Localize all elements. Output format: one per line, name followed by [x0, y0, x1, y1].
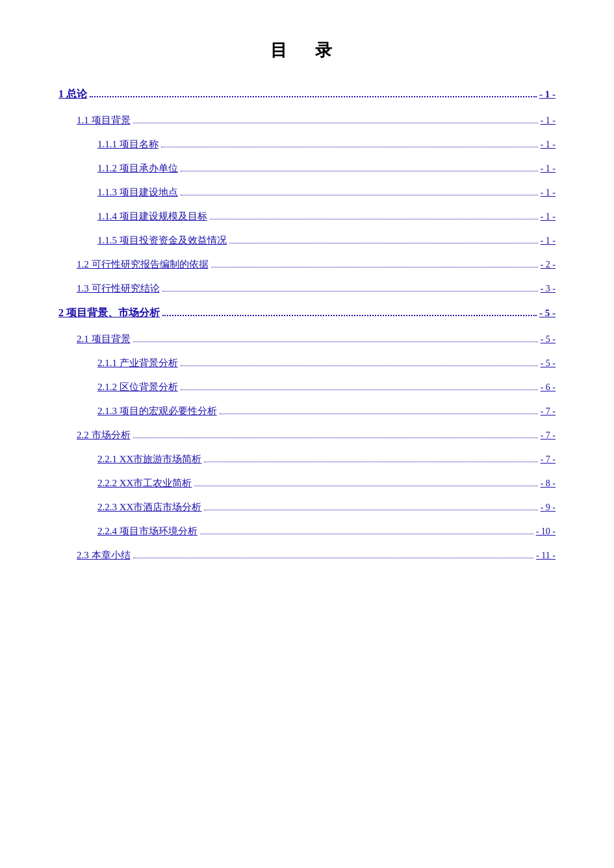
toc-entry-7[interactable]: 1.1.5 项目投资资金及效益情况- 1 - [58, 232, 556, 249]
toc-label: 1.1.1 项目名称 [97, 136, 159, 153]
toc-page: - 1 - [541, 136, 556, 153]
toc-entry-18[interactable]: 2.2.3 XX市酒店市场分析- 9 - [58, 499, 556, 516]
toc-label: 1.1.3 项目建设地点 [97, 184, 178, 201]
toc-container: 1 总论- 1 -1.1 项目背景- 1 -1.1.1 项目名称- 1 -1.1… [58, 85, 556, 564]
toc-entry-12[interactable]: 2.1.1 产业背景分析- 5 - [58, 354, 556, 372]
toc-dots [133, 438, 538, 438]
toc-page: - 7 - [541, 451, 556, 467]
toc-page: - 9 - [541, 499, 556, 515]
document-page: 目 录 1 总论- 1 -1.1 项目背景- 1 -1.1.1 项目名称- 1 … [0, 0, 614, 868]
toc-label: 1.2 可行性研究报告编制的依据 [77, 256, 209, 273]
toc-dots [200, 534, 533, 534]
toc-page: - 1 - [541, 160, 556, 177]
page-title: 目 录 [58, 39, 556, 62]
toc-label: 1.1.4 项目建设规模及目标 [97, 208, 207, 225]
toc-page: - 5 - [541, 355, 556, 371]
toc-page: - 10 - [536, 523, 556, 539]
toc-entry-10[interactable]: 2 项目背景、市场分析- 5 - [58, 304, 556, 323]
toc-page: - 11 - [536, 547, 556, 564]
toc-entry-8[interactable]: 1.2 可行性研究报告编制的依据- 2 - [58, 256, 556, 273]
toc-dots [210, 219, 538, 219]
toc-label: 2.2.4 项目市场环境分析 [97, 523, 198, 540]
toc-entry-6[interactable]: 1.1.4 项目建设规模及目标- 1 - [58, 208, 556, 225]
toc-dots [229, 243, 538, 243]
toc-label: 2.1.2 区位背景分析 [97, 378, 178, 396]
toc-dots [162, 315, 537, 316]
toc-entry-17[interactable]: 2.2.2 XX市工农业简析- 8 - [58, 475, 556, 492]
toc-label: 1 总论 [58, 85, 87, 104]
toc-dots [162, 291, 538, 291]
toc-dots [211, 267, 538, 267]
toc-page: - 2 - [541, 256, 556, 273]
toc-page: - 3 - [541, 280, 556, 297]
toc-label: 2.2 市场分析 [77, 427, 131, 444]
toc-entry-4[interactable]: 1.1.2 项目承办单位- 1 - [58, 160, 556, 177]
toc-entry-15[interactable]: 2.2 市场分析- 7 - [58, 427, 556, 444]
toc-page: - 1 - [541, 232, 556, 249]
toc-entry-20[interactable]: 2.3 本章小结- 11 - [58, 547, 556, 564]
toc-page: - 5 - [539, 304, 556, 322]
toc-entry-16[interactable]: 2.2.1 XX市旅游市场简析- 7 - [58, 451, 556, 468]
toc-entry-2[interactable]: 1.1 项目背景- 1 - [58, 112, 556, 129]
toc-entry-3[interactable]: 1.1.1 项目名称- 1 - [58, 136, 556, 153]
toc-entry-13[interactable]: 2.1.2 区位背景分析- 6 - [58, 378, 556, 396]
toc-label: 1.3 可行性研究结论 [77, 280, 160, 297]
toc-entry-14[interactable]: 2.1.3 项目的宏观必要性分析- 7 - [58, 403, 556, 420]
toc-page: - 7 - [541, 427, 556, 443]
toc-page: - 1 - [539, 86, 556, 103]
toc-label: 2.2.3 XX市酒店市场分析 [97, 499, 201, 516]
toc-entry-11[interactable]: 2.1 项目背景- 5 - [58, 330, 556, 348]
toc-dots [204, 510, 537, 510]
toc-dots [194, 486, 537, 486]
toc-label: 1.1.2 项目承办单位 [97, 160, 178, 177]
toc-dots [133, 123, 538, 123]
toc-page: - 7 - [541, 403, 556, 419]
toc-label: 2.1.1 产业背景分析 [97, 354, 178, 372]
toc-dots [133, 341, 538, 342]
toc-label: 2.1 项目背景 [77, 330, 131, 348]
toc-entry-9[interactable]: 1.3 可行性研究结论- 3 - [58, 280, 556, 297]
toc-label: 2.2.2 XX市工农业简析 [97, 475, 192, 492]
toc-entry-1[interactable]: 1 总论- 1 - [58, 85, 556, 104]
toc-page: - 5 - [541, 331, 556, 347]
toc-entry-5[interactable]: 1.1.3 项目建设地点- 1 - [58, 184, 556, 201]
toc-dots [220, 414, 538, 414]
toc-dots [181, 195, 538, 195]
toc-page: - 1 - [541, 208, 556, 225]
toc-dots [181, 171, 538, 171]
toc-label: 1.1 项目背景 [77, 112, 131, 129]
toc-label: 2.2.1 XX市旅游市场简析 [97, 451, 201, 468]
toc-page: - 1 - [541, 112, 556, 129]
toc-page: - 8 - [541, 475, 556, 491]
toc-dots [204, 462, 537, 462]
toc-dots [181, 366, 538, 366]
toc-page: - 6 - [541, 379, 556, 395]
toc-dots [90, 96, 537, 97]
toc-label: 2.3 本章小结 [77, 547, 131, 564]
toc-label: 1.1.5 项目投资资金及效益情况 [97, 232, 227, 249]
toc-dots [133, 558, 534, 558]
toc-page: - 1 - [541, 184, 556, 201]
toc-label: 2 项目背景、市场分析 [58, 304, 160, 323]
toc-dots [161, 147, 538, 147]
toc-dots [181, 390, 538, 390]
toc-entry-19[interactable]: 2.2.4 项目市场环境分析- 10 - [58, 523, 556, 540]
toc-label: 2.1.3 项目的宏观必要性分析 [97, 403, 217, 420]
